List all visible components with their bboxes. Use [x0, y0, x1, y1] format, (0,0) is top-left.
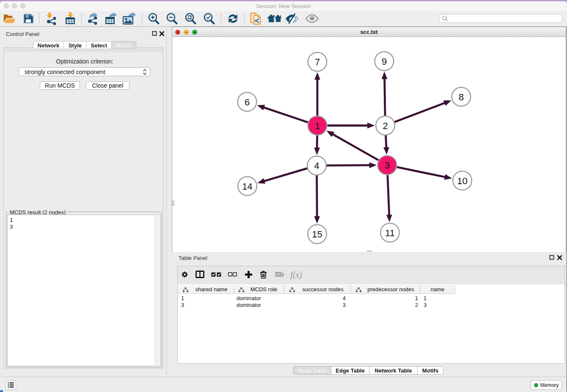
svg-text:3: 3	[385, 160, 390, 171]
svg-text:10: 10	[457, 176, 467, 186]
svg-text:8: 8	[459, 92, 464, 102]
svg-text:4: 4	[314, 160, 319, 171]
svg-text:15: 15	[312, 229, 322, 240]
svg-text:1: 1	[315, 121, 320, 131]
svg-text:14: 14	[242, 181, 252, 192]
svg-text:11: 11	[385, 228, 395, 238]
svg-text:9: 9	[382, 56, 387, 67]
svg-text:7: 7	[315, 57, 320, 67]
svg-text:2: 2	[383, 121, 388, 131]
svg-text:6: 6	[245, 97, 250, 108]
